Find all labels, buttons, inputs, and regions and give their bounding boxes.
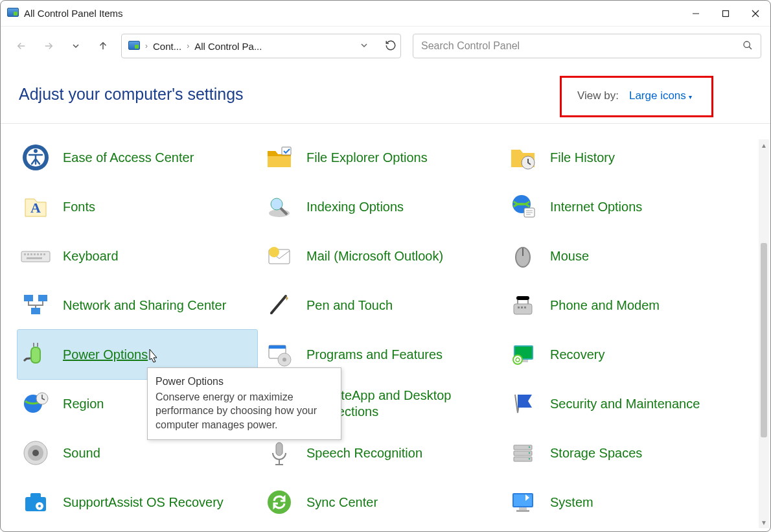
power-icon (20, 339, 51, 370)
phone-icon (507, 290, 538, 321)
item-security-maintenance[interactable]: Security and Maintenance (505, 379, 744, 428)
region-icon (20, 388, 51, 419)
tooltip: Power Options Conserve energy or maximiz… (147, 367, 341, 440)
mouse-icon (507, 240, 538, 272)
search-box[interactable]: Search Control Panel (413, 34, 761, 58)
svg-rect-37 (521, 306, 523, 308)
search-placeholder: Search Control Panel (421, 40, 742, 52)
item-pen-touch[interactable]: Pen and Touch (261, 281, 501, 330)
item-file-history[interactable]: File History (505, 133, 744, 182)
tooltip-body: Conserve energy or maximize performance … (155, 390, 333, 432)
minimize-button[interactable] (681, 1, 711, 27)
svg-rect-71 (514, 494, 532, 506)
scrollbar-thumb[interactable] (761, 243, 767, 437)
titlebar: All Control Panel Items (1, 1, 770, 27)
fonts-icon: A (20, 191, 51, 222)
svg-rect-73 (516, 510, 529, 512)
item-keyboard[interactable]: Keyboard (17, 231, 257, 281)
item-label: Power Options (63, 347, 148, 363)
item-label: SupportAssist OS Recovery (63, 494, 224, 511)
forward-button[interactable] (37, 34, 60, 58)
control-panel-icon (128, 41, 140, 52)
storage-icon (507, 437, 538, 468)
address-dropdown[interactable] (360, 41, 368, 51)
tooltip-title: Power Options (155, 375, 333, 389)
file-history-icon (507, 142, 538, 173)
search-icon[interactable] (742, 40, 753, 52)
svg-rect-9 (282, 147, 291, 155)
item-label: Phone and Modem (550, 297, 660, 314)
item-mail[interactable]: Mail (Microsoft Outlook) (261, 231, 501, 281)
control-panel-icon (7, 8, 19, 19)
maximize-button[interactable] (711, 1, 741, 27)
chevron-right-icon[interactable]: › (187, 41, 189, 51)
svg-rect-33 (31, 308, 40, 314)
item-indexing-options[interactable]: Indexing Options (261, 182, 501, 231)
svg-rect-24 (43, 253, 45, 255)
back-button[interactable] (10, 34, 33, 58)
item-label: System (550, 494, 593, 511)
scroll-down-icon[interactable]: ▼ (759, 516, 769, 528)
up-button[interactable] (91, 34, 115, 58)
item-label: Pen and Touch (306, 297, 393, 314)
refresh-button[interactable] (385, 40, 397, 53)
item-label: Sync Center (306, 494, 378, 511)
item-mouse[interactable]: Mouse (505, 231, 744, 281)
programs-icon (264, 339, 295, 370)
breadcrumb-seg2[interactable]: All Control Pa... (194, 41, 262, 52)
network-icon (20, 290, 51, 321)
item-storage-spaces[interactable]: Storage Spaces (505, 428, 744, 478)
item-label: Security and Maintenance (550, 396, 700, 412)
svg-rect-66 (30, 493, 41, 498)
support-icon (20, 487, 51, 518)
svg-rect-23 (40, 253, 42, 255)
internet-icon (507, 191, 538, 222)
window-title: All Control Panel Items (24, 8, 123, 19)
item-internet-options[interactable]: Internet Options (505, 182, 744, 231)
scroll-up-icon[interactable]: ▲ (759, 139, 769, 151)
svg-rect-20 (30, 253, 32, 255)
view-by-highlight: View by: Large icons ▾ (560, 76, 713, 117)
item-network-sharing[interactable]: Network and Sharing Center (17, 281, 257, 330)
item-label: Mouse (550, 248, 589, 264)
svg-rect-19 (27, 253, 29, 255)
item-sync-center[interactable]: Sync Center (261, 478, 501, 527)
sync-icon (264, 487, 295, 518)
vertical-scrollbar[interactable]: ▲ ▼ (759, 139, 769, 528)
item-label: Sound (63, 445, 100, 461)
items-grid: Ease of Access Center File Explorer Opti… (17, 133, 763, 527)
item-supportassist[interactable]: SupportAssist OS Recovery (17, 478, 257, 527)
address-bar[interactable]: › Cont... › All Control Pa... (121, 34, 401, 58)
chevron-right-icon[interactable]: › (145, 41, 148, 51)
item-label: Ease of Access Center (63, 150, 194, 166)
folder-options-icon (264, 142, 295, 173)
item-ease-of-access[interactable]: Ease of Access Center (17, 133, 257, 182)
svg-rect-38 (524, 306, 526, 308)
close-button[interactable] (741, 1, 770, 27)
view-by-dropdown[interactable]: Large icons ▾ (629, 89, 692, 102)
mail-icon (264, 240, 295, 272)
item-recovery[interactable]: Recovery (505, 330, 744, 379)
item-label: Region (63, 396, 104, 412)
item-fonts[interactable]: A Fonts (17, 182, 257, 231)
page-heading: Adjust your computer's settings (19, 85, 244, 104)
svg-point-4 (744, 41, 750, 47)
svg-rect-41 (33, 343, 34, 347)
breadcrumb-seg1[interactable]: Cont... (153, 41, 181, 52)
item-label: Programs and Features (306, 347, 443, 363)
view-by-value: Large icons (629, 89, 686, 102)
svg-rect-35 (516, 296, 529, 300)
svg-rect-31 (24, 295, 33, 301)
item-system[interactable]: System (505, 478, 744, 527)
security-icon (507, 388, 538, 419)
item-phone-modem[interactable]: Phone and Modem (505, 281, 744, 330)
view-by-label: View by: (577, 89, 619, 102)
ease-of-access-icon (20, 142, 51, 173)
sound-icon (20, 437, 51, 468)
svg-rect-36 (518, 306, 520, 308)
pen-icon (264, 290, 295, 321)
item-file-explorer-options[interactable]: File Explorer Options (261, 133, 501, 182)
window-buttons (681, 1, 770, 27)
history-dropdown[interactable] (64, 34, 87, 58)
item-label: Indexing Options (306, 199, 404, 215)
